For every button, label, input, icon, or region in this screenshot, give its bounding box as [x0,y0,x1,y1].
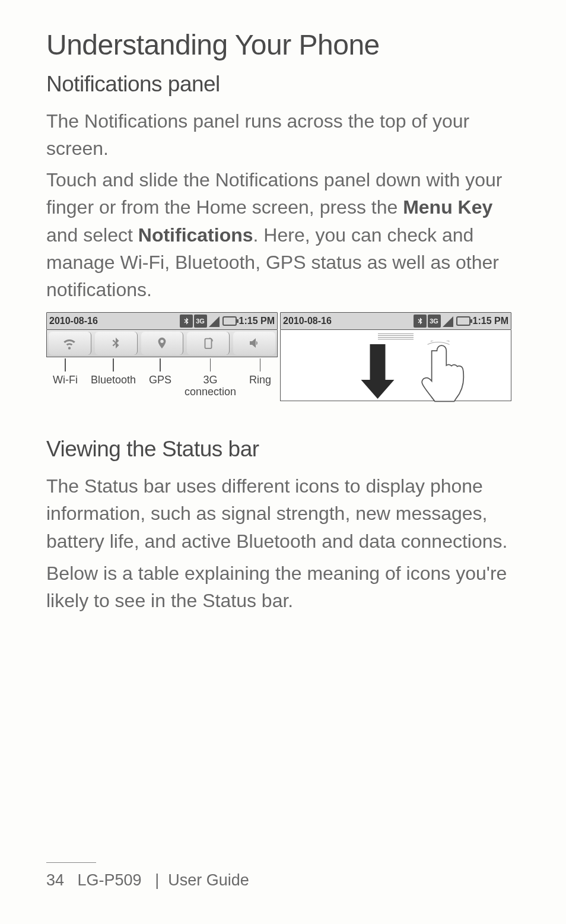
notif-para-1: The Notifications panel runs across the … [46,107,520,163]
notifications-label: Notifications [138,224,253,246]
quick-toggle-row [46,330,278,357]
gps-toggle[interactable] [141,332,184,355]
footer-divider [46,862,96,863]
status-time-right: 1:15 PM [473,316,508,326]
bluetooth-status-icon [180,315,193,328]
bluetooth-status-icon-right [414,315,427,328]
signal-icon [208,315,221,328]
callout-wifi-label: Wi-Fi [53,374,78,386]
hand-pointer-icon [417,341,469,405]
threeg-status-icon-right: 3G [428,315,441,328]
notification-figures: 2010-08-16 3G 1:15 PM [46,312,520,401]
swipe-area[interactable] [280,330,511,401]
svg-rect-0 [205,339,211,349]
model-name: LG-P509 [78,871,142,889]
battery-icon-right [456,316,470,326]
toggle-callouts: Wi-Fi Bluetooth GPS 3G connection Ring [46,358,278,398]
threeg-status-icon: 3G [194,315,207,328]
notif-para-2b: and select [46,224,138,246]
signal-icon-right [442,315,455,328]
menu-key-label: Menu Key [403,196,492,218]
callout-ring-label: Ring [249,374,271,386]
arrow-down-icon [370,344,394,399]
statusbar-para-1: The Status bar uses different icons to d… [46,472,520,555]
callout-threeg-label2: connection [185,386,236,398]
callout-threeg-label1: 3G [203,374,217,386]
drag-handle-icon[interactable] [378,334,414,339]
callout-wifi: Wi-Fi [53,358,78,398]
battery-icon [222,316,237,326]
statusbar-para-2: Below is a table explaining the meaning … [46,560,520,615]
status-date-right: 2010-08-16 [283,316,332,326]
notif-para-2: Touch and slide the Notifications panel … [46,166,520,304]
callout-gps-label: GPS [149,374,171,386]
status-date: 2010-08-16 [49,316,98,326]
callout-bluetooth-label: Bluetooth [91,374,136,386]
page-title: Understanding Your Phone [46,28,520,61]
status-bar-right: 2010-08-16 3G 1:15 PM [280,312,511,330]
bluetooth-toggle[interactable] [95,332,138,355]
callout-threeg: 3G connection [185,358,236,398]
ring-toggle[interactable] [233,332,275,355]
section-heading-notifications: Notifications panel [46,72,520,97]
callout-bluetooth: Bluetooth [91,358,136,398]
status-time: 1:15 PM [239,316,275,326]
section-heading-statusbar: Viewing the Status bar [46,437,520,462]
page-number: 34 [46,871,64,889]
callout-gps: GPS [149,358,171,398]
callout-ring: Ring [249,358,271,398]
status-bar-left: 2010-08-16 3G 1:15 PM [46,312,278,330]
wifi-toggle[interactable] [49,332,91,355]
page-footer: 34 LG-P509 | User Guide [0,862,566,890]
figure-swipe-down: 2010-08-16 3G 1:15 PM [280,312,511,401]
figure-toggles: 2010-08-16 3G 1:15 PM [46,312,278,401]
threeg-toggle[interactable] [187,332,230,355]
footer-separator: | [155,871,159,889]
guide-label: User Guide [168,871,249,889]
